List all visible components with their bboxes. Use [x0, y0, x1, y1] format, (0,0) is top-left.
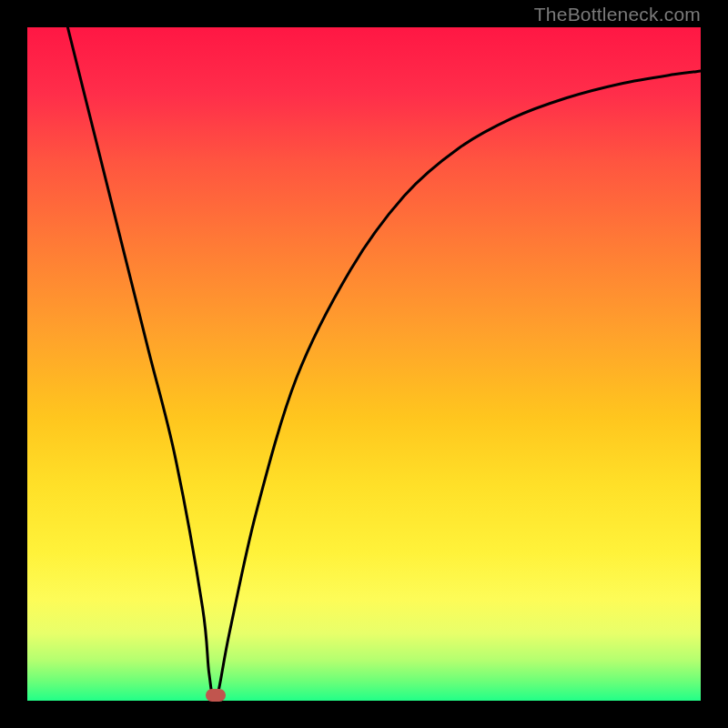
bottleneck-curve [67, 27, 701, 701]
plot-area [27, 27, 701, 701]
watermark-label: TheBottleneck.com [534, 4, 701, 25]
chart-frame: TheBottleneck.com [0, 0, 728, 728]
curve-svg [27, 27, 701, 701]
optimum-marker [206, 689, 226, 702]
